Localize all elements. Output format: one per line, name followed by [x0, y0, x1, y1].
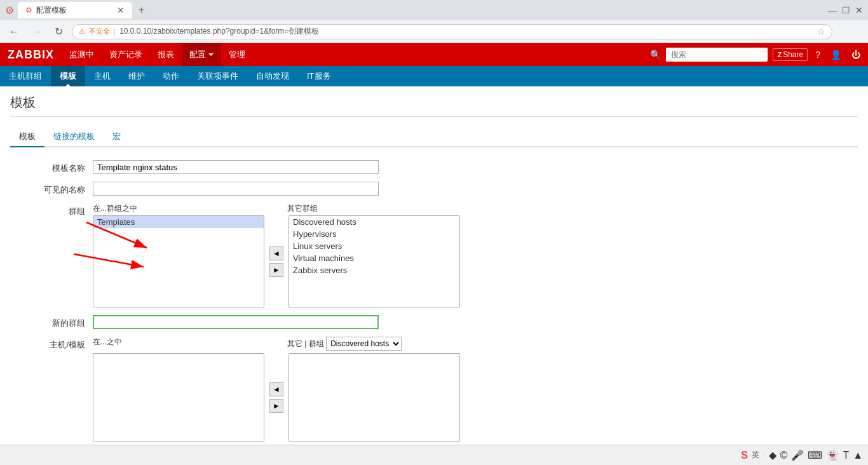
nav-monitor[interactable]: 监测中	[62, 43, 102, 66]
host-template-other-label: 其它 | 群组 Discovered hosts Hypervisors Lin…	[287, 337, 402, 351]
taskbar-icon3[interactable]: 👻	[826, 449, 839, 461]
template-form: 模板名称 可见的名称 群组 在...群组之中 其它群组	[10, 160, 858, 460]
zabbix-logo[interactable]: ZABBIX	[0, 43, 62, 66]
taskbar-up-icon[interactable]: ▲	[853, 450, 863, 461]
taskbar-icon1[interactable]: ◆	[769, 449, 776, 461]
forward-button[interactable]: →	[28, 25, 46, 39]
templates-move-left-button[interactable]: ◄	[269, 382, 283, 396]
tab-title: 配置模板	[36, 5, 113, 16]
nav-reports[interactable]: 报表	[150, 43, 182, 66]
visible-name-control	[93, 182, 858, 196]
top-nav-right: 🔍 Z Share ? 👤 ⏻	[650, 48, 868, 62]
logo-text: ZABBIX	[8, 48, 54, 62]
security-label: 不安全	[89, 27, 110, 36]
search-icon: 🔍	[650, 50, 661, 60]
minimize-button[interactable]: —	[828, 5, 837, 15]
power-icon[interactable]: ⏻	[849, 50, 863, 60]
top-navigation: ZABBIX 监测中 资产记录 报表 配置 管理 🔍 Z	[0, 43, 868, 66]
subnav-autodiscovery[interactable]: 自动发现	[247, 66, 298, 86]
in-groups-listbox[interactable]: Templates	[93, 215, 264, 307]
template-name-label: 模板名称	[10, 160, 93, 174]
groups-lists: Templates ◄ ► Discovered hosts Hyperviso…	[93, 215, 858, 307]
taskbar-s-icon[interactable]: S	[741, 450, 748, 461]
user-icon[interactable]: 👤	[828, 50, 844, 60]
new-group-label: 新的群组	[10, 315, 93, 329]
address-separator: |	[114, 27, 116, 36]
host-template-label: 主机/模板	[10, 337, 93, 351]
groups-sublabels: 在...群组之中 其它群组	[93, 203, 858, 214]
groups-row: 群组 在...群组之中 其它群组 Templates ◄	[10, 203, 858, 307]
list-item[interactable]: Virtual machines	[289, 252, 459, 264]
host-template-control: 在...之中 其它 | 群组 Discovered hosts Hypervis…	[93, 337, 858, 442]
taskbar-mic-icon[interactable]: 🎤	[791, 449, 804, 461]
taskbar-keyboard-icon[interactable]: ⌨	[808, 449, 822, 461]
other-groups-listbox[interactable]: Discovered hosts Hypervisors Linux serve…	[288, 215, 460, 307]
nav-admin[interactable]: 管理	[221, 43, 253, 66]
refresh-button[interactable]: ↻	[51, 24, 67, 39]
template-name-input[interactable]	[93, 160, 379, 174]
page-content: 模板 模板 链接的模板 宏 模板名称 可见的名称	[0, 86, 868, 465]
sub-navigation: 主机群组 模板 主机 维护 动作 关联项事件 自动发现 IT服务	[0, 66, 868, 86]
new-group-control	[93, 315, 858, 329]
list-item[interactable]: Hypervisors	[289, 228, 459, 240]
back-button[interactable]: ←	[5, 25, 23, 39]
visible-name-label: 可见的名称	[10, 182, 93, 196]
tab-macros[interactable]: 宏	[104, 127, 130, 147]
maximize-button[interactable]: ☐	[842, 5, 850, 15]
active-tab-indicator	[64, 84, 72, 88]
tab-template[interactable]: 模板	[10, 127, 44, 147]
taskbar: S 英 · ◆ © 🎤 ⌨ 👻 T ▲	[0, 445, 868, 465]
browser-tab[interactable]: ⚙ 配置模板 ✕	[18, 2, 132, 18]
visible-name-input[interactable]	[93, 182, 379, 196]
new-group-input[interactable]	[93, 315, 379, 329]
move-right-button[interactable]: ►	[269, 263, 283, 277]
list-item[interactable]: Discovered hosts	[289, 216, 459, 228]
subnav-correlations[interactable]: 关联项事件	[188, 66, 247, 86]
page-title: 模板	[10, 94, 858, 117]
subnav-maintenance[interactable]: 维护	[119, 66, 154, 86]
taskbar-icon2[interactable]: ©	[780, 450, 788, 461]
address-bar[interactable]: ⚠ 不安全 | 10.0.0.10/zabbix/templates.php?g…	[72, 24, 832, 39]
bookmark-icon[interactable]: ☆	[817, 27, 825, 37]
subnav-templates[interactable]: 模板	[51, 66, 85, 86]
subnav-hosts[interactable]: 主机	[85, 66, 119, 86]
tab-close-button[interactable]: ✕	[117, 5, 125, 15]
other-templates-listbox[interactable]	[288, 353, 460, 442]
list-item[interactable]: Templates	[93, 216, 264, 228]
tab-linked-templates[interactable]: 链接的模板	[44, 127, 104, 147]
share-button[interactable]: Z Share	[773, 48, 808, 61]
host-template-sublabels: 在...之中 其它 | 群组 Discovered hosts Hypervis…	[93, 337, 858, 351]
taskbar-text[interactable]: 英	[752, 450, 759, 461]
share-z-icon: Z	[777, 51, 782, 58]
subnav-hostgroups[interactable]: 主机群组	[0, 66, 51, 86]
visible-name-row: 可见的名称	[10, 182, 858, 196]
templates-arrow-buttons: ◄ ►	[267, 382, 286, 413]
list-item[interactable]: Zabbix servers	[289, 264, 459, 276]
taskbar-separator: ·	[763, 452, 765, 459]
subnav-itservices[interactable]: IT服务	[298, 66, 340, 86]
groups-label: 群组	[10, 203, 93, 217]
host-template-lists: ◄ ►	[93, 353, 858, 442]
search-input[interactable]	[666, 48, 768, 62]
close-button[interactable]: ✕	[855, 5, 863, 15]
move-left-button[interactable]: ◄	[269, 246, 283, 260]
template-name-row: 模板名称	[10, 160, 858, 174]
taskbar-icon4[interactable]: T	[843, 450, 849, 461]
templates-move-right-button[interactable]: ►	[269, 399, 283, 413]
groups-arrow-buttons: ◄ ►	[267, 246, 286, 277]
tab-icon: ⚙	[25, 6, 32, 15]
nav-assets[interactable]: 资产记录	[102, 43, 150, 66]
subnav-actions[interactable]: 动作	[154, 66, 188, 86]
security-warning-icon: ⚠	[79, 27, 85, 36]
in-groups-label: 在...群组之中	[93, 203, 264, 214]
config-dropdown-icon	[208, 53, 214, 56]
app-icon: ⚙	[5, 4, 14, 17]
list-item[interactable]: Linux servers	[289, 240, 459, 252]
other-groups-label: 其它群组	[287, 203, 318, 214]
help-icon[interactable]: ?	[813, 50, 823, 60]
nav-config[interactable]: 配置	[182, 43, 221, 66]
new-tab-button[interactable]: +	[136, 4, 147, 16]
in-templates-listbox[interactable]	[93, 353, 264, 442]
host-template-group-select[interactable]: Discovered hosts Hypervisors Linux serve…	[326, 337, 402, 351]
share-label: Share	[783, 50, 803, 59]
